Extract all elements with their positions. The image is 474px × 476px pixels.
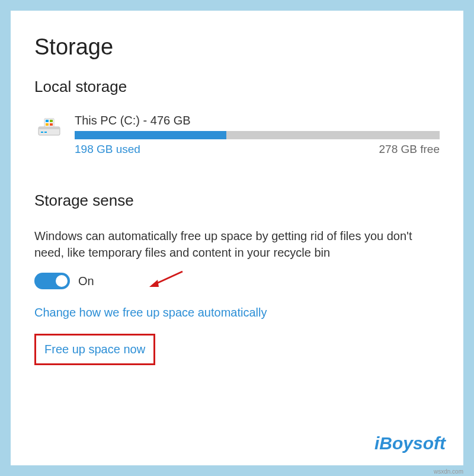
local-storage-heading: Local storage	[34, 78, 440, 96]
storage-settings-panel: Storage Local storage This PC (C:) - 476…	[11, 11, 463, 465]
usage-bar	[75, 131, 440, 139]
change-auto-link[interactable]: Change how we free up space automaticall…	[34, 306, 267, 320]
free-up-now-link[interactable]: Free up space now	[44, 343, 145, 356]
storage-sense-heading: Storage sense	[34, 191, 440, 210]
storage-sense-toggle-row: On	[34, 273, 440, 289]
drive-info: This PC (C:) - 476 GB 198 GB used 278 GB…	[75, 114, 440, 156]
annotation-highlight-box: Free up space now	[34, 334, 155, 365]
svg-marker-10	[149, 280, 159, 287]
storage-sense-description: Windows can automatically free up space …	[34, 228, 440, 261]
usage-labels: 198 GB used 278 GB free	[75, 143, 440, 156]
svg-rect-2	[41, 132, 43, 133]
annotation-arrow-icon	[147, 267, 188, 290]
storage-sense-toggle[interactable]	[34, 273, 70, 289]
page-title: Storage	[34, 34, 440, 60]
drive-icon	[34, 114, 64, 140]
watermark: iBoysoft	[374, 433, 446, 453]
svg-rect-6	[50, 120, 53, 122]
drive-row[interactable]: This PC (C:) - 476 GB 198 GB used 278 GB…	[34, 114, 440, 156]
svg-rect-3	[44, 132, 47, 133]
used-label: 198 GB used	[75, 143, 140, 156]
free-label: 278 GB free	[379, 143, 440, 156]
drive-name: This PC (C:) - 476 GB	[75, 114, 440, 127]
usage-bar-fill	[75, 131, 226, 139]
toggle-knob	[56, 275, 68, 287]
svg-rect-5	[46, 120, 49, 122]
svg-rect-8	[50, 123, 53, 126]
svg-rect-1	[39, 127, 60, 129]
svg-line-9	[154, 271, 182, 285]
svg-rect-7	[46, 123, 49, 126]
footer-url: wsxdn.com	[434, 468, 463, 475]
toggle-state-label: On	[78, 274, 94, 288]
